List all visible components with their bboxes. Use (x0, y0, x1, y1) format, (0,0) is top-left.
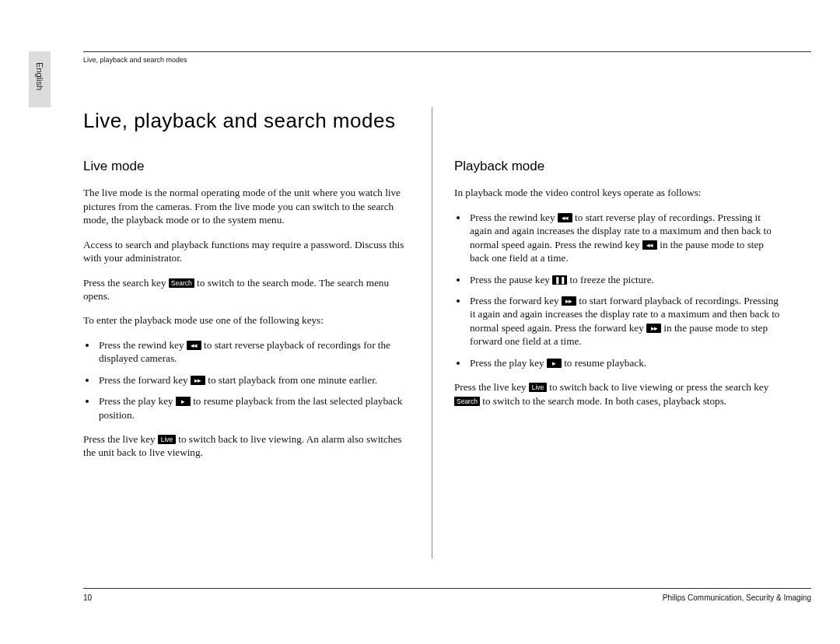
search-key-icon: Search (454, 397, 480, 406)
running-header: Live, playback and search modes (83, 56, 187, 64)
live-key-icon: Live (529, 383, 547, 392)
page-title: Live, playback and search modes (83, 109, 395, 133)
bullet-list: Press the rewind key ◂◂ to start reverse… (83, 338, 410, 422)
rewind-key-icon: ◂◂ (187, 341, 201, 350)
page-number: 10 (83, 593, 92, 602)
bullet-list: Press the rewind key ◂◂ to start reverse… (454, 211, 781, 369)
rewind-key-icon: ◂◂ (558, 213, 572, 222)
list-item: Press the pause key ❚❚ to freeze the pic… (468, 273, 781, 286)
paragraph: To enter the playback mode use one of th… (83, 313, 410, 327)
paragraph: Press the live key Live to switch back t… (83, 432, 410, 460)
column-right: Playback mode In playback mode the video… (432, 158, 781, 558)
list-item: Press the forward key ▸▸ to start playba… (97, 373, 410, 387)
paragraph: The live mode is the normal operating mo… (83, 186, 410, 226)
column-left: Live mode The live mode is the normal op… (83, 158, 432, 558)
paragraph: In playback mode the video control keys … (454, 186, 781, 199)
paragraph: Press the search key Search to switch to… (83, 276, 410, 303)
list-item: Press the rewind key ◂◂ to start reverse… (97, 338, 410, 366)
language-tab: English (29, 51, 51, 107)
list-item: Press the play key ▸ to resume playback. (468, 356, 781, 369)
manual-page: English Live, playback and search modes … (0, 0, 840, 644)
footer-publisher: Philips Communication, Security & Imagin… (663, 593, 811, 602)
play-key-icon: ▸ (547, 359, 562, 368)
play-key-icon: ▸ (176, 397, 191, 406)
live-key-icon: Live (158, 435, 176, 444)
section-heading-playback: Playback mode (454, 158, 781, 175)
paragraph: Access to search and playback functions … (83, 238, 410, 265)
header-rule (83, 51, 811, 52)
forward-key-icon: ▸▸ (646, 324, 661, 333)
paragraph: Press the live key Live to switch back t… (454, 380, 781, 408)
forward-key-icon: ▸▸ (562, 296, 576, 306)
list-item: Press the rewind key ◂◂ to start reverse… (468, 211, 781, 265)
section-heading-live: Live mode (83, 158, 410, 175)
content-columns: Live mode The live mode is the normal op… (83, 158, 781, 558)
pause-key-icon: ❚❚ (552, 275, 567, 285)
forward-key-icon: ▸▸ (191, 376, 205, 385)
search-key-icon: Search (169, 278, 194, 288)
list-item: Press the play key ▸ to resume playback … (97, 394, 410, 422)
language-label: English (35, 62, 44, 90)
list-item: Press the forward key ▸▸ to start forwar… (468, 294, 781, 348)
page-footer: 10 Philips Communication, Security & Ima… (83, 588, 811, 602)
rewind-key-icon: ◂◂ (642, 240, 657, 250)
